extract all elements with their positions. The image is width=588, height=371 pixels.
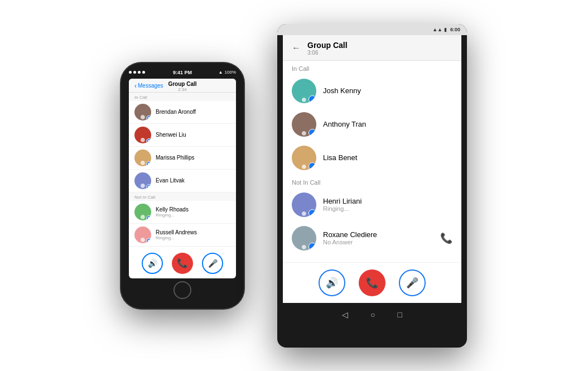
android-call-duration: 3:06 <box>307 50 348 56</box>
android-recents-nav-icon[interactable]: □ <box>398 310 402 319</box>
android-time: 6:00 <box>450 27 460 32</box>
battery-icon: 100% <box>225 70 236 75</box>
iphone-status-right: ▲ 100% <box>219 70 236 75</box>
list-item: Josh Kenny <box>283 74 461 108</box>
iphone-call-duration: 2:34 <box>168 87 196 92</box>
avatar <box>134 227 151 243</box>
speaker-icon: 🔊 <box>148 259 157 268</box>
list-item: Brendan Aronoff <box>129 101 236 124</box>
item-info: Roxane Clediere No Answer <box>323 230 377 245</box>
item-info: Anthony Tran <box>323 120 366 128</box>
android-back-nav-icon[interactable]: ◁ <box>342 310 348 319</box>
end-call-icon: 📞 <box>177 258 188 268</box>
android-nav-buttons: ◁ ○ □ <box>277 303 467 326</box>
list-item: Lisa Benet <box>283 141 461 175</box>
list-item: Russell Andrews Ringing... <box>129 224 236 247</box>
android-title-block: Group Call 3:06 <box>307 41 348 56</box>
android-device: ▲▲ ▮ 6:00 ← Group Call 3:06 In Call Josh… <box>277 24 467 348</box>
android-speaker-button[interactable]: 🔊 <box>319 269 345 296</box>
call-back-icon[interactable]: 📞 <box>440 232 452 244</box>
android-status-bar: ▲▲ ▮ 6:00 <box>277 24 467 35</box>
android-back-button[interactable]: ← <box>292 43 301 53</box>
iphone-nav-bar: ‹ Messages Group Call 2:34 <box>129 79 236 93</box>
avatar <box>292 112 316 137</box>
speaker-button[interactable]: 🔊 <box>142 253 163 274</box>
avatar <box>292 146 316 170</box>
list-item: Henri Liriani Ringing... <box>283 188 461 221</box>
list-item: Marissa Phillips <box>129 147 236 170</box>
android-top-bar: ← Group Call 3:06 <box>283 35 461 61</box>
android-in-call-label: In Call <box>283 61 461 74</box>
iphone-device: 9:41 PM ▲ 100% ‹ Messages Group Call 2:3… <box>121 63 244 309</box>
android-mute-button[interactable]: 🎤 <box>399 269 426 296</box>
android-call-title: Group Call <box>307 41 348 50</box>
signal-icon: ▲▲ <box>432 27 442 32</box>
avatar <box>134 172 151 189</box>
list-item: Roxane Clediere No Answer 📞 <box>283 221 461 255</box>
ios-not-in-call-label: Not In Call <box>129 192 236 201</box>
list-item: Shenwei Liu <box>129 124 236 147</box>
android-call-list: In Call Josh Kenny Anthony Tran <box>283 61 461 262</box>
item-info: Kelly Rhoads Ringing... <box>156 206 189 218</box>
item-info: Henri Liriani Ringing... <box>323 197 362 212</box>
avatar <box>134 204 151 220</box>
list-item: Anthony Tran <box>283 108 461 141</box>
iphone-call-title: Group Call <box>168 81 196 87</box>
iphone-title-area: Group Call 2:34 <box>168 81 196 92</box>
avatar <box>292 226 316 250</box>
android-home-nav-icon[interactable]: ○ <box>370 310 375 319</box>
item-info: Lisa Benet <box>323 153 357 162</box>
avatar <box>134 150 151 166</box>
end-call-button[interactable]: 📞 <box>172 253 193 274</box>
ios-back-label: Messages <box>138 83 163 89</box>
iphone-home-button[interactable] <box>173 281 191 299</box>
android-signal-icons: ▲▲ ▮ <box>432 27 447 32</box>
back-chevron-icon: ‹ <box>134 82 137 90</box>
avatar <box>134 104 151 121</box>
list-item: Kelly Rhoads Ringing... <box>129 201 236 224</box>
iphone-signal <box>129 71 145 74</box>
ios-call-list: In Call Brendan Aronoff Shenwei Liu Mari… <box>129 93 236 247</box>
mute-button[interactable]: 🎤 <box>202 253 223 274</box>
item-name: Marissa Phillips <box>156 155 194 161</box>
wifi-icon: ▲ <box>219 70 223 75</box>
item-name: Shenwei Liu <box>156 132 186 138</box>
avatar <box>134 127 151 143</box>
item-name: Brendan Aronoff <box>156 109 196 115</box>
end-call-icon: 📞 <box>366 277 378 289</box>
item-name: Evan Litvak <box>156 177 185 184</box>
ios-call-buttons: 🔊 📞 🎤 <box>129 247 236 278</box>
item-info: Russell Andrews Ringing... <box>156 229 197 240</box>
ios-in-call-label: In Call <box>129 93 236 101</box>
list-item: Evan Litvak <box>129 170 236 192</box>
android-not-in-call-label: Not In Call <box>283 175 461 188</box>
mute-icon: 🎤 <box>406 277 418 289</box>
mute-icon: 🎤 <box>208 259 218 268</box>
item-info: Josh Kenny <box>323 86 361 95</box>
speaker-icon: 🔊 <box>326 277 338 289</box>
android-screen: ← Group Call 3:06 In Call Josh Kenny <box>283 35 461 303</box>
avatar <box>292 192 316 217</box>
iphone-time: 9:41 PM <box>173 70 192 75</box>
battery-full-icon: ▮ <box>444 27 447 32</box>
iphone-screen: ‹ Messages Group Call 2:34 In Call Brend… <box>129 79 236 278</box>
android-end-call-button[interactable]: 📞 <box>359 269 385 296</box>
iphone-status-bar: 9:41 PM ▲ 100% <box>121 63 244 79</box>
android-call-buttons: 🔊 📞 🎤 <box>283 262 461 303</box>
avatar <box>292 79 316 103</box>
